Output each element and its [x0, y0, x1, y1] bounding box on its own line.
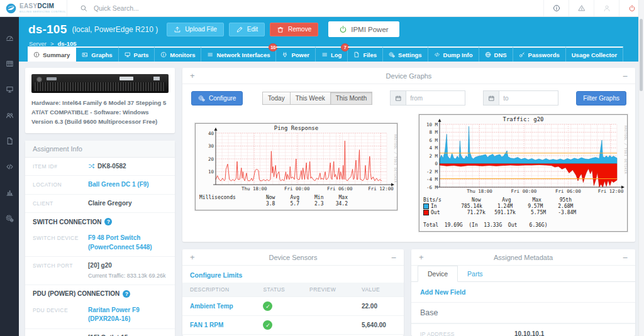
pdu-connection-title: PDU (POWER) CONNECTION	[33, 290, 119, 297]
sidebar-item-orders[interactable]	[0, 128, 19, 154]
metadata-tab-parts[interactable]: Parts	[458, 266, 492, 281]
rrd-plot: 10 M8 M6 M4 M2 M0-2 M-4 M-6 MThu 18:00Fr…	[419, 115, 627, 195]
easydcim-logo[interactable]: EASYDCIM BILLING SERVICING CONTROL	[0, 0, 67, 16]
page-scrollbar[interactable]	[638, 0, 644, 336]
svg-text:10 M: 10 M	[426, 122, 438, 127]
legend-swatch	[423, 210, 429, 215]
pdu-value[interactable]: Raritan Power F9 (DPXR20A-16)	[88, 306, 140, 323]
switch-label: SWITCH PORT	[33, 261, 88, 269]
move-handle-icon[interactable]: +	[190, 71, 195, 80]
switch-sub: Current Traffic: 833.13k 69.26k	[88, 272, 165, 280]
sidebar-item-reports[interactable]	[0, 180, 19, 205]
configure-button[interactable]: Configure	[191, 91, 243, 106]
legend-line: In 785.14k 1.24M 9.57M 2.68M	[431, 203, 573, 209]
switch-value[interactable]: F9 48 Port Switch (PowerConnect 5448)	[88, 234, 152, 251]
configure-limits-link[interactable]: Configure Limits	[182, 266, 404, 283]
list-icon	[207, 51, 213, 58]
assignment-info-title: Assignment Info	[25, 141, 175, 158]
column-status: STATUS	[255, 283, 302, 297]
quick-search	[67, 0, 543, 16]
legend-line: Milliseconds Now Avg Min Max	[199, 195, 348, 200]
collapse-icon[interactable]: −	[623, 253, 628, 262]
page-subtitle: (local, PowerEdge R210 )	[72, 25, 158, 34]
remove-button[interactable]: Remove	[270, 23, 318, 36]
tab-monitors[interactable]: Monitors	[155, 46, 201, 62]
search-input[interactable]	[92, 4, 296, 13]
switch-row: SWITCH PORT[20] g20Current Traffic: 833.…	[25, 256, 175, 285]
add-new-field-link[interactable]: Add New Field	[411, 282, 635, 303]
tab-power[interactable]: Power	[276, 46, 316, 62]
svg-text:RRDTOOL / TOBI OETIKER: RRDTOOL / TOBI OETIKER	[624, 126, 627, 175]
help-icon[interactable]: ?	[123, 290, 130, 298]
assignment-label: ITEM ID#	[33, 162, 88, 170]
filter-graphs-button[interactable]: Filter Graphs	[576, 91, 626, 106]
tab-dns[interactable]: DNS	[479, 46, 513, 62]
collapse-icon[interactable]: −	[623, 72, 628, 80]
help-icon[interactable]: ?	[104, 218, 112, 225]
switch-value: [20] g20	[88, 262, 112, 269]
assignment-value[interactable]: Ball Green DC 1 (F9)	[88, 181, 149, 188]
tab-graphs[interactable]: Graphs	[76, 46, 118, 62]
account-button[interactable]	[594, 0, 619, 16]
sensor-name[interactable]: FAN 1 RPM	[182, 316, 255, 335]
rrd-legend: Milliseconds Now Avg Min Max 3.8 5.7 2.3…	[196, 193, 397, 210]
tab-files[interactable]: Files	[348, 46, 383, 62]
assignment-value: Claire Gregory	[88, 200, 131, 207]
assignment-row: ITEM ID#DK8-0582	[25, 158, 175, 176]
top-bar: EASYDCIM BILLING SERVICING CONTROL	[0, 0, 644, 17]
move-handle-icon[interactable]: +	[190, 252, 195, 262]
this-week-button[interactable]: This Week	[291, 92, 331, 105]
tab-label: Graphs	[91, 51, 112, 58]
info-button[interactable]	[543, 0, 569, 16]
tab-dump-info[interactable]: Dump Info	[428, 46, 479, 62]
status-ok-icon: ✓	[263, 301, 272, 311]
today-button[interactable]: Today	[262, 92, 291, 105]
sensor-preview	[302, 316, 354, 335]
device-sensors-title: Device Sensors	[269, 254, 317, 261]
metadata-value: 10.10.10.1	[514, 330, 544, 336]
sidebar-item-dashboard[interactable]	[0, 25, 19, 51]
collapse-icon[interactable]: −	[391, 253, 396, 262]
sidebar-item-devices[interactable]	[0, 77, 19, 102]
date-to-input[interactable]	[499, 91, 558, 105]
search-icon	[80, 4, 87, 12]
svg-text:10: 10	[208, 169, 214, 175]
calendar-icon[interactable]	[484, 91, 499, 105]
tab-network-interfaces[interactable]: Network Interfaces10	[201, 46, 276, 62]
svg-text:-4 M: -4 M	[426, 176, 438, 182]
globe-icon	[485, 51, 491, 58]
tab-label: DNS	[494, 51, 507, 58]
power-icon	[339, 25, 347, 33]
svg-text:0: 0	[435, 161, 438, 166]
power-icon	[628, 4, 636, 12]
calendar-icon[interactable]	[391, 91, 406, 105]
device-graphs-title: Device Graphs	[386, 72, 432, 80]
tab-log[interactable]: Log7	[316, 46, 348, 62]
sensor-value: 5,640.00	[354, 316, 404, 335]
info-icon	[553, 4, 560, 12]
upload-file-button[interactable]: Upload File	[167, 23, 224, 36]
sidebar-item-settings[interactable]	[0, 205, 19, 231]
date-from-input[interactable]	[406, 91, 465, 105]
tab-settings[interactable]: Settings	[383, 46, 428, 62]
metadata-tab-device[interactable]: Device	[418, 266, 458, 282]
alerts-button[interactable]	[569, 0, 594, 16]
svg-text:20: 20	[208, 156, 214, 162]
assignment-row: CLIENTClaire Gregory	[25, 194, 175, 213]
main-content: Hardware: Intel64 Family 6 Model 37 Step…	[19, 62, 639, 336]
tab-passwords[interactable]: Passwords	[513, 46, 566, 62]
tab-usage-collector[interactable]: Usage Collector	[566, 46, 623, 62]
svg-text:Thu 18:00: Thu 18:00	[242, 186, 267, 192]
assigned-metadata-panel: + Assigned Metadata − Device Parts Add N…	[411, 249, 635, 336]
sidebar-item-racks[interactable]	[0, 51, 19, 77]
ipmi-power-button[interactable]: IPMI Power	[328, 21, 399, 37]
scrollbar-thumb[interactable]	[640, 19, 643, 91]
edit-button[interactable]: Edit	[229, 23, 265, 36]
tab-summary[interactable]: Summary	[28, 46, 76, 62]
sidebar-item-api[interactable]	[0, 154, 19, 180]
move-handle-icon[interactable]: +	[419, 252, 424, 262]
sidebar-item-clients[interactable]	[0, 102, 19, 128]
tab-parts[interactable]: Parts	[119, 46, 155, 62]
this-month-button[interactable]: This Month	[331, 92, 372, 105]
sensor-name[interactable]: Ambient Temp	[182, 297, 255, 316]
